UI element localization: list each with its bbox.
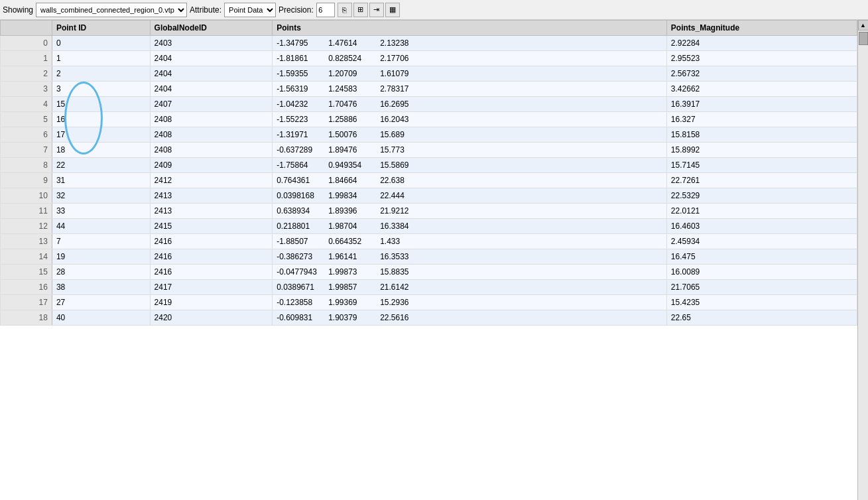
cell-points-magnitude: 16.0089 <box>666 265 857 280</box>
cell-points: 0.03981681.9983422.444 <box>273 188 667 204</box>
scrollbar[interactable]: ▲ <box>857 20 868 500</box>
cell-point-id: 38 <box>52 280 150 295</box>
cell-point-id: 32 <box>52 188 150 204</box>
cell-global-node: 2404 <box>150 51 273 66</box>
cell-global-node: 2407 <box>150 97 273 112</box>
row-index: 3 <box>1 82 52 97</box>
cell-points-magnitude: 15.4235 <box>666 295 857 310</box>
col-header-point-id[interactable]: Point ID <box>52 21 150 36</box>
cell-points: -0.6372891.8947615.773 <box>273 143 667 158</box>
cell-points-magnitude: 2.45934 <box>666 234 857 249</box>
cell-points-magnitude: 2.92284 <box>666 36 857 51</box>
cell-points: 0.7643611.8466422.638 <box>273 173 667 188</box>
table-row: 7182408-0.6372891.8947615.77315.8992 <box>1 143 857 158</box>
cell-points-magnitude: 22.7261 <box>666 173 857 188</box>
cell-global-node: 2413 <box>150 204 273 219</box>
table-row: 18402420-0.6098311.9037922.561622.65 <box>1 310 857 326</box>
row-index: 8 <box>1 158 52 173</box>
cell-points-magnitude: 16.4603 <box>666 219 857 234</box>
cell-point-id: 27 <box>52 295 150 310</box>
toolbar-icons: ⎘ ⊞ ⇥ ▦ <box>338 3 400 17</box>
cell-points: 0.2188011.9870416.3384 <box>273 219 667 234</box>
cell-points-magnitude: 2.95523 <box>666 51 857 66</box>
cell-global-node: 2412 <box>150 173 273 188</box>
cell-points: -1.885070.6643521.433 <box>273 234 667 249</box>
cell-point-id: 3 <box>52 82 150 97</box>
precision-input[interactable] <box>316 3 335 17</box>
table-row: 112404-1.818610.8285242.177062.95523 <box>1 51 857 66</box>
row-index: 6 <box>1 127 52 143</box>
cell-global-node: 2420 <box>150 310 273 326</box>
cell-points: -1.563191.245832.78317 <box>273 82 667 97</box>
row-index: 7 <box>1 143 52 158</box>
table-row: 163824170.03896711.9985721.614221.7065 <box>1 280 857 295</box>
cell-points: -1.319711.5007615.689 <box>273 127 667 143</box>
cell-global-node: 2413 <box>150 188 273 204</box>
cell-point-id: 33 <box>52 204 150 219</box>
row-index: 2 <box>1 66 52 82</box>
cell-point-id: 17 <box>52 127 150 143</box>
cell-global-node: 2415 <box>150 219 273 234</box>
col-header-points[interactable]: Points <box>273 21 667 36</box>
attribute-select[interactable]: Point Data <box>224 3 276 17</box>
cell-point-id: 1 <box>52 51 150 66</box>
cell-points: -0.3862731.9614116.3533 <box>273 249 667 265</box>
table-row: 5162408-1.552231.2588616.204316.327 <box>1 112 857 127</box>
attribute-label: Attribute: <box>190 5 221 15</box>
cell-point-id: 0 <box>52 36 150 51</box>
chart-icon-btn[interactable]: ▦ <box>385 3 400 17</box>
cell-points: 0.6389341.8939621.9212 <box>273 204 667 219</box>
cell-points-magnitude: 21.7065 <box>666 280 857 295</box>
cell-point-id: 44 <box>52 219 150 234</box>
cell-global-node: 2417 <box>150 280 273 295</box>
cell-global-node: 2408 <box>150 143 273 158</box>
scroll-up-arrow[interactable]: ▲ <box>858 20 869 31</box>
cell-points-magnitude: 22.5329 <box>666 188 857 204</box>
cell-point-id: 2 <box>52 66 150 82</box>
table-row: 222404-1.593551.207091.610792.56732 <box>1 66 857 82</box>
file-select[interactable]: walls_combined_connected_region_0.vtp <box>36 3 187 17</box>
cell-points: -0.1238581.9936915.2936 <box>273 295 667 310</box>
showing-label: Showing <box>3 5 33 15</box>
row-index: 18 <box>1 310 52 326</box>
cell-points: -1.593551.207091.61079 <box>273 66 667 82</box>
copy-icon-btn[interactable]: ⎘ <box>338 3 352 17</box>
row-index: 12 <box>1 219 52 234</box>
grid-icon-btn[interactable]: ⊞ <box>353 3 368 17</box>
cell-point-id: 18 <box>52 143 150 158</box>
table-row: 113324130.6389341.8939621.921222.0121 <box>1 204 857 219</box>
cell-global-node: 2416 <box>150 234 273 249</box>
scroll-thumb[interactable] <box>859 32 868 45</box>
cell-point-id: 7 <box>52 234 150 249</box>
cell-points: -0.6098311.9037922.5616 <box>273 310 667 326</box>
col-header-row <box>1 21 52 36</box>
table-container[interactable]: Point ID GlobalNodeID Points Points_Magn… <box>0 20 857 500</box>
cell-global-node: 2416 <box>150 265 273 280</box>
cell-points: 0.03896711.9985721.6142 <box>273 280 667 295</box>
table-row: 14192416-0.3862731.9614116.353316.475 <box>1 249 857 265</box>
cell-global-node: 2409 <box>150 158 273 173</box>
col-header-global-node[interactable]: GlobalNodeID <box>150 21 273 36</box>
row-index: 0 <box>1 36 52 51</box>
cell-point-id: 22 <box>52 158 150 173</box>
col-header-points-magnitude[interactable]: Points_Magnitude <box>666 21 857 36</box>
table-row: 103224130.03981681.9983422.44422.5329 <box>1 188 857 204</box>
cell-points-magnitude: 22.65 <box>666 310 857 326</box>
cell-point-id: 19 <box>52 249 150 265</box>
cell-global-node: 2404 <box>150 66 273 82</box>
row-index: 17 <box>1 295 52 310</box>
table-row: 93124120.7643611.8466422.63822.7261 <box>1 173 857 188</box>
row-index: 5 <box>1 112 52 127</box>
cell-points: -1.818610.8285242.17706 <box>273 51 667 66</box>
export-icon-btn[interactable]: ⇥ <box>369 3 384 17</box>
cell-points: -1.758640.94935415.5869 <box>273 158 667 173</box>
cell-global-node: 2404 <box>150 82 273 97</box>
cell-points-magnitude: 16.327 <box>666 112 857 127</box>
row-index: 15 <box>1 265 52 280</box>
table-row: 6172408-1.319711.5007615.68915.8158 <box>1 127 857 143</box>
row-index: 4 <box>1 97 52 112</box>
cell-points-magnitude: 3.42662 <box>666 82 857 97</box>
cell-points-magnitude: 22.0121 <box>666 204 857 219</box>
cell-global-node: 2408 <box>150 127 273 143</box>
table-row: 17272419-0.1238581.9936915.293615.4235 <box>1 295 857 310</box>
